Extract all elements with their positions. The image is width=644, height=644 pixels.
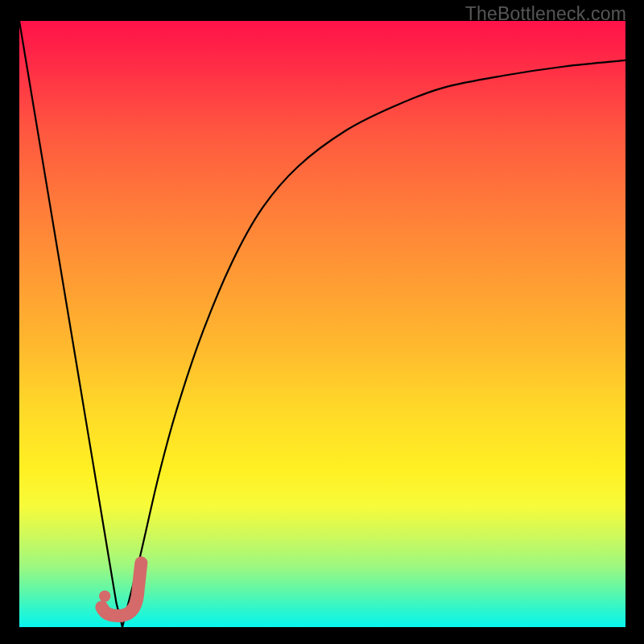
minimum-marker-dot <box>99 590 110 601</box>
chart-frame: TheBottleneck.com <box>0 0 644 644</box>
minimum-marker-hook <box>101 563 141 616</box>
plot-area <box>19 21 625 627</box>
minimum-marker <box>99 563 141 616</box>
watermark-text: TheBottleneck.com <box>465 3 626 25</box>
bottleneck-curve <box>19 21 625 627</box>
curve-layer <box>19 21 625 627</box>
